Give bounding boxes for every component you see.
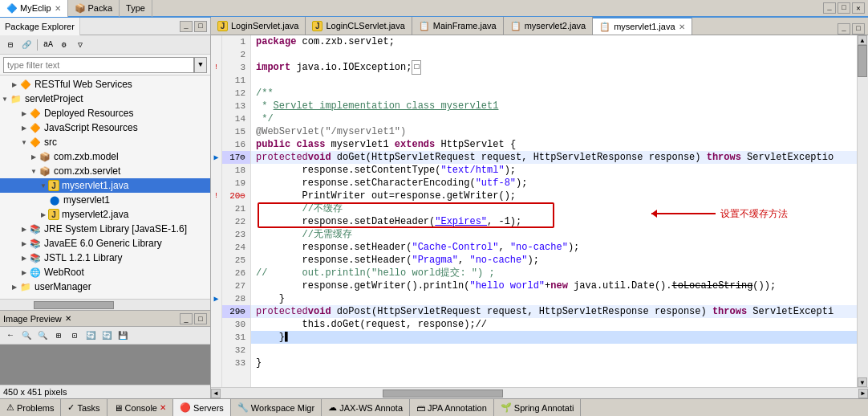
tree-scrollbar-h[interactable] <box>0 299 210 310</box>
spring-tab[interactable]: 🌱 Spring Annotati <box>494 399 582 417</box>
explorer-minimize-button[interactable]: _ <box>180 21 193 32</box>
tree-item-servletproject[interactable]: ▼ 📁 servletProject <box>0 92 210 106</box>
myservlet2-tab[interactable]: 📋 myservlet2.java <box>504 17 593 35</box>
jpa-tab[interactable]: 🗃 JPA Annotation <box>410 399 494 417</box>
myservlet1-tab-close[interactable]: ✕ <box>679 22 685 31</box>
tree-item-src[interactable]: ▼ 🔶 src <box>0 135 210 149</box>
marker-blank <box>211 202 221 215</box>
scroll-thumb-v[interactable] <box>858 45 867 77</box>
scroll-left-button[interactable]: ◀ <box>211 389 221 398</box>
font-button[interactable]: aA <box>41 38 55 52</box>
tree-item-comzxbservlet[interactable]: ▼ 📦 com.zxb.servlet <box>0 164 210 178</box>
minimize-button[interactable]: _ <box>823 2 836 14</box>
tree-item-jstl[interactable]: ▶ 📚 JSTL 1.2.1 Library <box>0 251 210 265</box>
image-preview-minimize[interactable]: _ <box>180 313 193 324</box>
code-line-2 <box>251 48 857 61</box>
scroll-thumb-h[interactable] <box>383 389 503 398</box>
tree-item-usermanager[interactable]: ▶ 📁 userManager <box>0 279 210 294</box>
javaee6-arrow: ▶ <box>19 239 29 248</box>
servers-tab[interactable]: 🔴 Servers <box>173 399 231 417</box>
type-label: Type <box>126 3 145 13</box>
scroll-up-button[interactable]: ▲ <box>858 35 867 45</box>
code-line-1: package com.zxb.servlet; <box>251 35 857 48</box>
jresystem-label: JRE System Library [JavaSE-1.6] <box>44 223 187 235</box>
search-input[interactable] <box>3 57 194 73</box>
maximize-button[interactable]: □ <box>838 2 850 14</box>
tree-item-myservlet1java[interactable]: ▼ J myservlet1.java <box>0 178 210 193</box>
preview-btn1[interactable]: ← <box>3 328 18 343</box>
myeclip-close[interactable]: ✕ <box>55 4 61 13</box>
marker-blank <box>211 74 221 87</box>
tree-item-restful[interactable]: ▶ 🔶 RESTful Web Services <box>0 77 210 92</box>
scroll-right-button[interactable]: ▶ <box>858 389 868 398</box>
comzxbservlet-label: com.zxb.servlet <box>54 165 120 177</box>
code-line-12: /** <box>251 87 857 100</box>
console-tab[interactable]: 🖥 Console ✕ <box>107 399 173 417</box>
code-line-19: response.setCharacterEncoding("utf-8"); <box>251 177 857 190</box>
image-preview-maximize[interactable]: □ <box>194 313 207 324</box>
line-num-14: 14 <box>222 112 250 125</box>
jaxws-tab[interactable]: ☁ JAX-WS Annota <box>322 399 410 417</box>
preview-btn3[interactable]: 🔍 <box>35 328 50 343</box>
myeclip-tab[interactable]: 🔷 MyEclip ✕ <box>0 0 68 17</box>
preview-btn4[interactable]: ⊞ <box>51 328 66 343</box>
loginservlet-tab[interactable]: J LoginServlet.java <box>211 17 306 35</box>
line-num-20: 20⊖ <box>222 190 250 202</box>
preview-btn7[interactable]: 🔄 <box>99 328 114 343</box>
tree-item-javaee6[interactable]: ▶ 📚 JavaEE 6.0 Generic Library <box>0 236 210 251</box>
tree-view[interactable]: ▶ 🔶 RESTful Web Services ▼ 📁 servletProj… <box>0 75 210 299</box>
tree-item-javascript[interactable]: ▶ 🔶 JavaScript Resources <box>0 120 210 135</box>
explorer-maximize-button[interactable]: □ <box>194 21 207 32</box>
loginclservlet-tab[interactable]: J LoginCLServlet.java <box>306 17 412 35</box>
filter-button[interactable]: ⚙ <box>57 38 71 52</box>
editor-minimize-button[interactable]: _ <box>838 23 850 35</box>
tree-item-webroot[interactable]: ▶ 🌐 WebRoot <box>0 265 210 279</box>
tree-item-myservlet2java[interactable]: ▶ J myservlet2.java <box>0 207 210 222</box>
tree-item-jresystem[interactable]: ▶ 📚 JRE System Library [JavaSE-1.6] <box>0 222 210 236</box>
preview-btn2[interactable]: 🔍 <box>19 328 34 343</box>
myservlet1java-label: myservlet1.java <box>62 180 128 191</box>
line-num-33: 33 <box>222 357 250 369</box>
myeclip-icon: 🔷 <box>6 3 18 14</box>
preview-btn6[interactable]: 🔄 <box>83 328 98 343</box>
mainframe-tab-icon: 📋 <box>419 21 430 31</box>
myservlet1-tab[interactable]: 📋 myservlet1.java ✕ <box>593 17 692 35</box>
code-line-21: //不缓存 <box>251 202 857 215</box>
type-tab[interactable]: Type <box>120 0 152 17</box>
code-line-30: this.doGet(request, response);// <box>251 318 857 331</box>
tree-item-myservlet1class[interactable]: ⬤ myservlet1 <box>0 193 210 207</box>
preview-btn5[interactable]: ⊡ <box>67 328 82 343</box>
tree-scroll-thumb-h[interactable] <box>34 301 114 309</box>
mainframe-tab[interactable]: 📋 MainFrame.java <box>412 17 504 35</box>
left-panel: Package Explorer _ □ ⊟ 🔗 aA ⚙ ▽ <box>0 18 211 398</box>
view-menu-button[interactable]: ▽ <box>73 38 87 52</box>
jstl-arrow: ▶ <box>19 253 29 263</box>
left-markers: ! ▶ ! <box>211 35 222 387</box>
package-explorer-tab[interactable]: Package Explorer <box>0 18 80 35</box>
editor-maximize-button[interactable]: □ <box>852 23 865 35</box>
scroll-down-button[interactable]: ▼ <box>858 377 867 387</box>
editor-scrollbar-v[interactable]: ▲ ▼ <box>857 35 868 387</box>
packa-tab[interactable]: 📦 Packa <box>68 0 120 17</box>
scroll-track[interactable] <box>858 45 868 377</box>
preview-btn8[interactable]: 💾 <box>116 328 130 343</box>
tasks-tab[interactable]: ✓ Tasks <box>61 399 107 417</box>
code-line-11 <box>251 74 857 87</box>
usermanager-arrow: ▶ <box>10 282 19 292</box>
collapse-all-button[interactable]: ⊟ <box>3 38 18 52</box>
myservlet2java-label: myservlet2.java <box>62 209 128 220</box>
tree-item-deployed[interactable]: ▶ 🔶 Deployed Resources <box>0 106 210 120</box>
code-line-14: */ <box>251 112 857 125</box>
loginservlet-tab-icon: J <box>217 21 228 31</box>
link-editor-button[interactable]: 🔗 <box>19 38 34 52</box>
image-preview-close[interactable]: ✕ <box>65 314 71 323</box>
close-button[interactable]: ✕ <box>852 2 865 14</box>
workspace-icon: 🔧 <box>237 402 249 413</box>
workspace-tab[interactable]: 🔧 Workspace Migr <box>231 399 322 417</box>
problems-tab[interactable]: ⚠ Problems <box>0 399 61 417</box>
search-dropdown-button[interactable]: ▼ <box>194 57 207 73</box>
code-content[interactable]: package com.zxb.servlet; import java.io.… <box>251 35 857 387</box>
console-close[interactable]: ✕ <box>160 403 166 412</box>
editor-scrollbar-h[interactable]: ◀ ▶ <box>211 387 868 398</box>
tree-item-comzxbmodel[interactable]: ▶ 📦 com.zxb.model <box>0 149 210 164</box>
